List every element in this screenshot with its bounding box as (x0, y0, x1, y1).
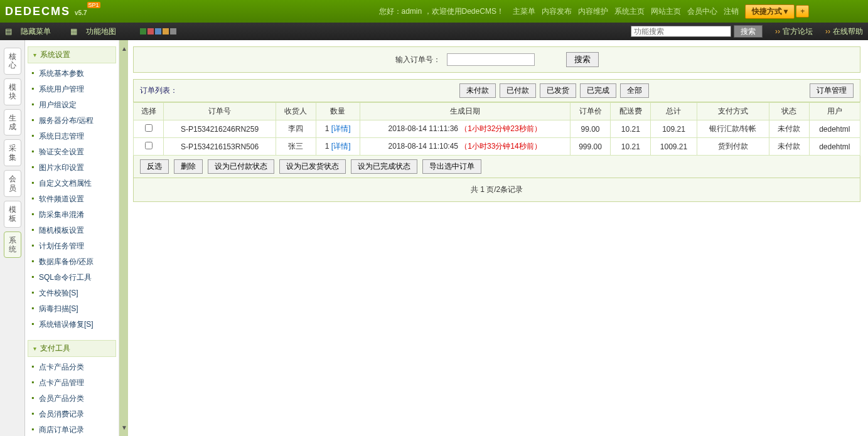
vtab-member[interactable]: 会员 (4, 170, 21, 197)
order-manage-button[interactable]: 订单管理 (810, 83, 854, 98)
swatch-red[interactable] (147, 28, 154, 35)
sidebar-item[interactable]: 系统用户管理 (28, 82, 116, 97)
official-forum-link[interactable]: ››官方论坛 (775, 26, 813, 37)
date: 2018-08-14 11:11:36 （1小时32分钟23秒前） (360, 120, 570, 138)
sidebar-item[interactable]: 商店订单记录 (28, 422, 116, 436)
bulk-action-button[interactable]: 删除 (174, 159, 203, 174)
date: 2018-08-14 11:10:45 （1小时33分钟14秒前） (360, 138, 570, 156)
function-search-button[interactable]: 搜索 (734, 25, 763, 38)
quick-add-button[interactable]: + (796, 5, 809, 18)
order-number-input[interactable] (447, 53, 535, 66)
vtab-core[interactable]: 核心 (4, 48, 21, 75)
topnav-logout[interactable]: 注销 (724, 6, 739, 17)
sidebar-item[interactable]: 系统日志管理 (28, 129, 116, 144)
row-checkbox[interactable] (145, 124, 153, 132)
paytype: 银行汇款/转帐 (697, 120, 769, 138)
sidebar-item[interactable]: 系统基本参数 (28, 66, 116, 82)
sidebar-header-pay[interactable]: 支付工具 (28, 340, 116, 357)
sidebar-header-system[interactable]: 系统设置 (28, 46, 116, 63)
sidebar-item[interactable]: 自定义文档属性 (28, 176, 116, 191)
arrow-icon: ›› (825, 27, 830, 36)
swatch-blue[interactable] (155, 28, 161, 35)
filter-all-button[interactable]: 全部 (620, 83, 649, 98)
column-header: 总计 (651, 103, 697, 120)
ship: 10.21 (611, 138, 651, 156)
grid-icon: ▦ (70, 27, 77, 36)
column-header: 支付方式 (697, 103, 769, 120)
row-checkbox[interactable] (145, 142, 153, 149)
function-search-input[interactable] (631, 26, 731, 37)
column-header: 订单号 (164, 103, 276, 120)
topnav-sitehome[interactable]: 网站主页 (651, 6, 681, 17)
function-map-button[interactable]: ▦功能地图 (70, 27, 125, 36)
arrow-icon: ›› (775, 27, 780, 36)
sidebar-item[interactable]: 图片水印设置 (28, 160, 116, 176)
bulk-action-button[interactable]: 反选 (140, 159, 169, 174)
filter-unpaid-button[interactable]: 未付款 (459, 83, 496, 98)
sidebar-item[interactable]: 服务器分布/远程 (28, 113, 116, 129)
price: 999.00 (570, 138, 611, 156)
bulk-action-button[interactable]: 设为已完成状态 (351, 159, 417, 174)
topnav-syshome[interactable]: 系统主页 (614, 6, 645, 17)
sidebar-item[interactable]: 验证安全设置 (28, 144, 116, 160)
splitter-up-icon[interactable]: ▲ (121, 45, 127, 52)
topnav-publish[interactable]: 内容发布 (542, 6, 572, 17)
filter-paid-button[interactable]: 已付款 (500, 83, 536, 98)
list-bar: 订单列表： 未付款 已付款 已发货 已完成 全部 订单管理 (133, 79, 860, 102)
bulk-action-button[interactable]: 导出选中订单 (422, 159, 481, 174)
bulk-actions: 反选删除设为已付款状态设为已发货状态设为已完成状态导出选中订单 (133, 156, 860, 178)
qty: 1 [详情] (316, 138, 360, 156)
table-row: S-P1534216153RN506张三1 [详情]2018-08-14 11:… (134, 138, 860, 156)
qty: 1 [详情] (316, 120, 360, 138)
sidebar-item[interactable]: 会员产品分类 (28, 391, 116, 407)
online-help-link[interactable]: ››在线帮助 (825, 26, 863, 37)
sidebar-item[interactable]: SQL命令行工具 (28, 270, 116, 285)
detail-link[interactable]: [详情] (331, 142, 351, 151)
bulk-action-button[interactable]: 设为已付款状态 (208, 159, 274, 174)
swatch-gray[interactable] (170, 28, 176, 35)
swatch-green[interactable] (140, 28, 146, 35)
splitter[interactable]: ▲ ▼ (119, 40, 128, 436)
swatch-orange[interactable] (163, 28, 169, 35)
order-no: S-P1534216153RN506 (164, 138, 276, 156)
sidebar-item[interactable]: 文件校验[S] (28, 285, 116, 301)
sidebar-item[interactable]: 计划任务管理 (28, 238, 116, 254)
column-header: 配送费 (611, 103, 651, 120)
topnav-main[interactable]: 主菜单 (513, 6, 535, 17)
sidebar-item[interactable]: 病毒扫描[S] (28, 301, 116, 317)
sidebar-item[interactable]: 用户组设定 (28, 97, 116, 113)
column-header: 选择 (134, 103, 164, 120)
sidebar-item[interactable]: 点卡产品管理 (28, 375, 116, 391)
sp1-badge: SP1 (87, 2, 100, 8)
splitter-down-icon[interactable]: ▼ (121, 424, 127, 431)
sidebar-item[interactable]: 会员消费记录 (28, 407, 116, 422)
filter-shipped-button[interactable]: 已发货 (540, 83, 576, 98)
column-header: 数量 (316, 103, 360, 120)
detail-link[interactable]: [详情] (331, 124, 351, 133)
sidebar-item[interactable]: 软件频道设置 (28, 191, 116, 207)
filter-done-button[interactable]: 已完成 (580, 83, 616, 98)
vtab-system[interactable]: 系统 (4, 231, 21, 258)
top-nav: 主菜单 内容发布 内容维护 系统主页 网站主页 会员中心 注销 (513, 6, 739, 17)
vtab-template[interactable]: 模板 (4, 201, 21, 228)
sidebar-item[interactable]: 系统错误修复[S] (28, 317, 116, 332)
search-order-button[interactable]: 搜索 (566, 52, 599, 67)
ship: 10.21 (611, 120, 651, 138)
table-row: S-P1534216246RN259李四1 [详情]2018-08-14 11:… (134, 120, 860, 138)
vtab-gen[interactable]: 生成 (4, 109, 21, 136)
vtab-collect[interactable]: 采集 (4, 139, 21, 166)
topnav-member[interactable]: 会员中心 (687, 6, 717, 17)
sidebar-item[interactable]: 随机模板设置 (28, 223, 116, 238)
vtab-module[interactable]: 模块 (4, 78, 21, 105)
main-area: 核心 模块 生成 采集 会员 模板 系统 系统设置 系统基本参数系统用户管理用户… (0, 40, 868, 436)
order-table: 选择订单号收货人数量生成日期订单价配送费总计支付方式状态用户 S-P153421… (133, 102, 860, 156)
bulk-action-button[interactable]: 设为已发货状态 (279, 159, 346, 174)
topnav-maintain[interactable]: 内容维护 (578, 6, 608, 17)
user: dedehtml (809, 138, 860, 156)
sidebar-item[interactable]: 点卡产品分类 (28, 359, 116, 375)
column-header: 状态 (769, 103, 809, 120)
hide-menu-button[interactable]: ▤隐藏菜单 (5, 27, 60, 36)
quick-access-button[interactable]: 快捷方式 ▾ (745, 4, 795, 19)
sidebar-item[interactable]: 数据库备份/还原 (28, 254, 116, 270)
sidebar-item[interactable]: 防采集串混淆 (28, 207, 116, 223)
